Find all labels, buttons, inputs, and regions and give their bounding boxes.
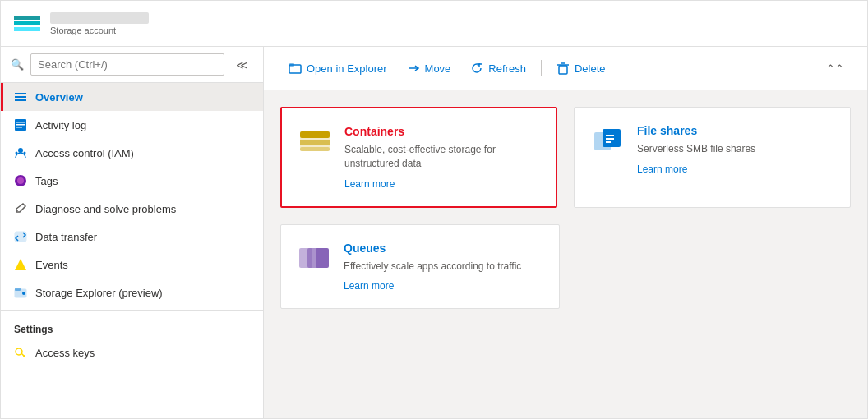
top-header: Storage account (1, 1, 867, 47)
activity-log-icon (14, 118, 27, 131)
sidebar-nav: Overview Activity log Access control (IA… (1, 83, 263, 418)
search-icon: 🔍 (11, 58, 24, 71)
svg-rect-3 (16, 127, 22, 128)
sidebar-label-overview: Overview (35, 91, 83, 104)
open-in-explorer-icon (289, 62, 302, 75)
sidebar-item-activity-log[interactable]: Activity log (1, 111, 263, 139)
overview-icon (14, 90, 27, 104)
sidebar-label-access-control: Access control (IAM) (35, 147, 134, 159)
refresh-icon (470, 62, 483, 75)
settings-section-label: Settings (1, 314, 263, 338)
sidebar-item-data-transfer[interactable]: Data transfer (1, 223, 263, 251)
svg-rect-13 (15, 288, 21, 291)
svg-point-8 (17, 177, 24, 184)
cards-row-1: Containers Scalable, cost-effective stor… (280, 107, 851, 208)
svg-marker-11 (15, 259, 26, 270)
account-name (50, 12, 149, 24)
queues-card: Queues Effectively scale apps according … (280, 224, 560, 310)
cards-container: Containers Scalable, cost-effective stor… (264, 90, 867, 418)
sidebar-item-overview[interactable]: Overview (1, 83, 263, 111)
svg-rect-1 (16, 122, 25, 123)
svg-point-4 (18, 148, 23, 153)
svg-point-5 (24, 152, 26, 154)
data-transfer-icon (14, 230, 27, 243)
file-shares-card-content: File shares Serverless SMB file shares L… (637, 124, 833, 175)
storage-explorer-icon (14, 286, 27, 299)
content-area: Open in Explorer Move Refresh Delete ⌃⌃ (264, 47, 867, 418)
svg-rect-22 (300, 147, 330, 151)
containers-learn-more-link[interactable]: Learn more (344, 178, 395, 190)
delete-button[interactable]: Delete (548, 57, 614, 80)
tags-icon (14, 174, 27, 187)
file-shares-card-title[interactable]: File shares (637, 124, 833, 137)
svg-rect-2 (16, 124, 25, 126)
access-keys-icon (14, 346, 27, 359)
collapse-sidebar-button[interactable]: ≪ (231, 57, 253, 73)
azure-logo (14, 16, 40, 31)
toolbar: Open in Explorer Move Refresh Delete ⌃⌃ (264, 47, 867, 90)
svg-rect-17 (289, 63, 294, 67)
sidebar: 🔍 ≪ Overview (1, 47, 264, 418)
sidebar-item-events[interactable]: Events (1, 251, 263, 279)
sidebar-label-activity-log: Activity log (35, 119, 86, 131)
queues-card-icon (298, 242, 330, 274)
sidebar-item-access-control[interactable]: Access control (IAM) (1, 139, 263, 167)
svg-point-9 (16, 210, 18, 211)
svg-point-6 (16, 152, 18, 154)
sidebar-item-access-keys[interactable]: Access keys (1, 338, 263, 366)
cards-row-2: Queues Effectively scale apps according … (280, 224, 851, 310)
header-subtitle: Storage account (50, 25, 149, 35)
sidebar-item-tags[interactable]: Tags (1, 167, 263, 195)
queues-card-content: Queues Effectively scale apps according … (344, 242, 542, 292)
queues-learn-more-link[interactable]: Learn more (344, 280, 394, 292)
sidebar-label-access-keys: Access keys (35, 347, 95, 359)
logo-bar-3 (14, 27, 40, 31)
events-icon (14, 258, 27, 271)
diagnose-icon (14, 202, 27, 215)
sidebar-label-diagnose: Diagnose and solve problems (35, 203, 176, 215)
svg-rect-20 (300, 131, 330, 138)
file-shares-card-icon (591, 124, 624, 157)
file-shares-card-desc: Serverless SMB file shares (637, 142, 833, 156)
queues-card-title[interactable]: Queues (344, 242, 542, 255)
header-title-group: Storage account (50, 12, 149, 35)
containers-card-content: Containers Scalable, cost-effective stor… (344, 125, 539, 190)
app-container: Storage account 🔍 ≪ Ov (0, 0, 868, 419)
file-shares-learn-more-link[interactable]: Learn more (637, 163, 687, 175)
sidebar-item-storage-explorer[interactable]: Storage Explorer (preview) (1, 279, 263, 306)
sidebar-label-storage-explorer: Storage Explorer (preview) (35, 287, 163, 299)
queues-card-desc: Effectively scale apps according to traf… (344, 260, 542, 274)
containers-card-title[interactable]: Containers (344, 125, 539, 138)
search-box: 🔍 ≪ (1, 47, 263, 83)
svg-rect-21 (300, 140, 330, 145)
settings-divider (1, 310, 263, 311)
refresh-button[interactable]: Refresh (462, 57, 534, 80)
delete-icon (556, 62, 570, 75)
file-shares-card: File shares Serverless SMB file shares L… (574, 107, 851, 208)
sidebar-item-diagnose[interactable]: Diagnose and solve problems (1, 195, 263, 223)
sidebar-label-tags: Tags (35, 175, 58, 187)
sidebar-label-events: Events (35, 259, 68, 271)
containers-card-icon (298, 125, 331, 158)
svg-rect-27 (316, 248, 329, 268)
containers-card-desc: Scalable, cost-effective storage for uns… (344, 143, 539, 171)
search-input[interactable] (30, 53, 224, 76)
svg-rect-18 (559, 66, 567, 74)
toolbar-divider (541, 60, 542, 76)
logo-bar-1 (14, 16, 40, 20)
containers-card: Containers Scalable, cost-effective stor… (280, 107, 557, 208)
sidebar-label-data-transfer: Data transfer (35, 231, 97, 243)
main-layout: 🔍 ≪ Overview (1, 47, 867, 418)
access-control-icon (14, 146, 27, 159)
logo-bar-2 (14, 21, 40, 25)
move-icon (407, 62, 420, 75)
open-in-explorer-button[interactable]: Open in Explorer (280, 57, 395, 80)
toolbar-collapse-button[interactable]: ⌃⌃ (820, 59, 851, 78)
move-button[interactable]: Move (399, 57, 459, 80)
